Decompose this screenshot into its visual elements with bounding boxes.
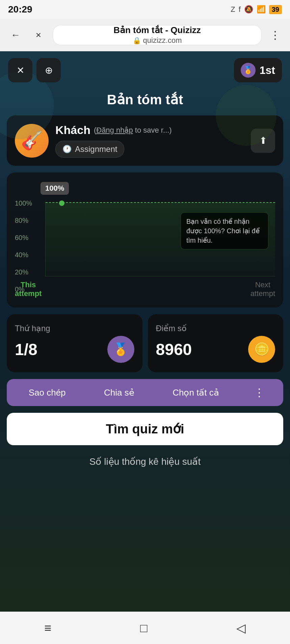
find-quiz-label: Tìm quiz mới xyxy=(106,422,184,436)
status-bar: 20:29 Z f 🔕 📶 39 xyxy=(0,0,290,19)
assignment-label: Assignment xyxy=(75,144,117,154)
performance-title: Số liệu thống kê hiệu suất xyxy=(89,456,201,467)
top-toolbar: ✕ ⊕ 🏅 1st xyxy=(0,51,290,89)
nav-home-button[interactable]: □ xyxy=(140,621,148,635)
find-quiz-button[interactable]: Tìm quiz mới xyxy=(7,413,283,445)
chart-y-60: 60% xyxy=(15,234,32,242)
zalo-icon: Z xyxy=(231,5,235,14)
browser-menu-button[interactable]: ⋮ xyxy=(267,26,283,44)
rank-badge[interactable]: 🏅 1st xyxy=(234,58,282,82)
rank-row: 1/8 🏅 xyxy=(15,336,134,363)
signal-icon: 📶 xyxy=(257,5,266,14)
battery-icon: 39 xyxy=(269,5,282,14)
rank-card: Thứ hạng 1/8 🏅 xyxy=(7,314,142,372)
rank-medal-icon: 🏅 xyxy=(241,63,256,78)
browser-url: 🔒 quizizz.com xyxy=(133,36,182,45)
chart-percentage-label: 100% xyxy=(41,182,69,195)
mute-icon: 🔕 xyxy=(244,5,253,14)
chart-dot xyxy=(59,200,64,206)
cards-area: 🎸 Khách (Đăng nhập to save r...) 🕐 Assig… xyxy=(0,115,290,445)
chart-y-80: 80% xyxy=(15,217,32,224)
app-area: ✕ ⊕ 🏅 1st Bản tóm tắt 🎸 Khách (Đăng xyxy=(0,51,290,644)
chart-footer: Thisattempt Nextattempt xyxy=(15,280,275,298)
status-icons: Z f 🔕 📶 39 xyxy=(231,5,282,14)
status-time: 20:29 xyxy=(8,4,32,15)
facebook-icon: f xyxy=(239,5,241,14)
chart-tooltip-text: Bạn vẫn có thể nhận được 100%? Chơi lại … xyxy=(186,218,260,244)
nav-menu-button[interactable]: ≡ xyxy=(44,621,51,635)
chart-y-100: 100% xyxy=(15,199,32,207)
browser-address-bar[interactable]: Bản tóm tắt - Quizizz 🔒 quizizz.com xyxy=(53,25,262,45)
login-link[interactable]: Đăng nhập xyxy=(96,126,133,134)
chart-card: 100% 100% 80% 60% 40% 20% 0% Bạn vẫn có … xyxy=(7,172,283,307)
more-options-button[interactable]: ⋮ xyxy=(251,383,268,402)
action-bar: Sao chép Chia sẻ Chọn tất cả ⋮ xyxy=(7,379,283,406)
user-login-prompt: (Đăng nhập to save r...) xyxy=(94,126,172,135)
score-icon: 🪙 xyxy=(248,336,275,363)
clock-icon: 🕐 xyxy=(62,145,72,154)
chart-y-0: 0% xyxy=(15,286,32,293)
chart-y-axis: 100% 80% 60% 40% 20% 0% xyxy=(15,199,32,293)
score-row: 8960 🪙 xyxy=(156,336,275,363)
bottom-nav: ≡ □ ◁ xyxy=(0,612,290,644)
score-label: Điểm số xyxy=(156,324,275,333)
chart-next-attempt: Nextattempt xyxy=(251,280,275,298)
copy-button[interactable]: Sao chép xyxy=(22,384,73,401)
browser-close-button[interactable]: × xyxy=(30,26,47,44)
close-button[interactable]: ✕ xyxy=(8,58,32,82)
rank-value: 1/8 xyxy=(15,340,37,359)
share-action-button[interactable]: Chia sẻ xyxy=(97,384,141,401)
rank-icon: 🏅 xyxy=(107,336,134,363)
score-value: 8960 xyxy=(156,340,192,359)
rank-text: 1st xyxy=(260,64,275,77)
chart-tooltip: Bạn vẫn có thể nhận được 100%? Chơi lại … xyxy=(181,212,268,249)
user-name: Khách xyxy=(55,124,90,137)
zoom-button[interactable]: ⊕ xyxy=(36,58,61,82)
chart-line xyxy=(46,202,275,203)
nav-back-button[interactable]: ◁ xyxy=(236,621,246,635)
bg-decoration-2 xyxy=(216,85,276,146)
stats-row: Thứ hạng 1/8 🏅 Điểm số 8960 🪙 xyxy=(7,314,283,372)
chart-y-40: 40% xyxy=(15,251,32,259)
user-name-row: Khách (Đăng nhập to save r...) xyxy=(55,124,244,137)
assignment-badge[interactable]: 🕐 Assignment xyxy=(55,141,124,158)
chart-area: Bạn vẫn có thể nhận được 100%? Chơi lại … xyxy=(45,202,275,276)
browser-page-title: Bản tóm tắt - Quizizz xyxy=(113,25,201,35)
score-card: Điểm số 8960 🪙 xyxy=(148,314,284,372)
rank-label: Thứ hạng xyxy=(15,324,134,333)
toolbar-left: ✕ ⊕ xyxy=(8,58,61,82)
chart-y-20: 20% xyxy=(15,268,32,276)
browser-chrome: ← × Bản tóm tắt - Quizizz 🔒 quizizz.com … xyxy=(0,19,290,51)
select-all-button[interactable]: Chọn tất cả xyxy=(166,384,226,401)
lock-icon: 🔒 xyxy=(133,36,141,45)
user-info: Khách (Đăng nhập to save r...) 🕐 Assignm… xyxy=(55,124,244,158)
performance-section: Số liệu thống kê hiệu suất xyxy=(0,445,290,474)
browser-back-button[interactable]: ← xyxy=(7,26,24,44)
